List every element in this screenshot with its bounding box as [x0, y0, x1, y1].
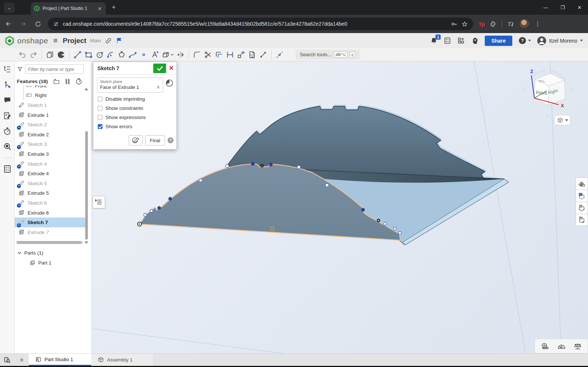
dialog-confirm-button[interactable] [153, 64, 166, 73]
option-show-constraints[interactable]: Show constraints [98, 105, 176, 111]
feature-item-sketch-7[interactable]: –Sketch 7 [15, 217, 85, 227]
search-tools-button[interactable]: Search tools... alt/⌥ c [295, 50, 360, 60]
tab-close-icon[interactable]: ✕ [97, 6, 103, 11]
text-tool-button[interactable] [149, 50, 160, 60]
notifications-bell-icon[interactable]: 1 [430, 37, 438, 44]
appearance-flyout-button[interactable] [576, 177, 588, 190]
window-close-button[interactable]: ✕ [571, 5, 588, 10]
line-tool-button[interactable] [72, 50, 83, 60]
scroll-up-arrow[interactable] [85, 88, 88, 90]
chevron-down-icon[interactable] [171, 54, 174, 56]
learning-center-flag-icon[interactable] [116, 37, 123, 44]
suppress-pause-icon[interactable] [65, 79, 70, 84]
tab-assembly-1[interactable]: Assembly 1 [91, 354, 154, 366]
browser-tab[interactable]: Project | Part Studio 1 ✕ [31, 2, 106, 15]
forward-button[interactable] [17, 18, 29, 30]
protractor-button[interactable] [557, 342, 566, 350]
parts-section-header[interactable]: Parts (1) [18, 250, 43, 256]
feature-item-sketch-6[interactable]: –Sketch 6 [15, 198, 85, 208]
dimension-tool-button[interactable] [225, 50, 236, 60]
feature-item-extrude-7[interactable]: Extrude 7 [15, 227, 85, 237]
password-key-icon[interactable] [451, 21, 458, 28]
workspace-name[interactable]: Main [90, 38, 101, 43]
media-controls-icon[interactable] [507, 20, 514, 28]
checkbox-icon[interactable] [98, 115, 103, 120]
share-button[interactable]: Share [485, 36, 512, 46]
share-link-icon[interactable] [105, 37, 112, 44]
redo-tool-button[interactable] [28, 50, 39, 60]
view-cube[interactable]: Front Right Top Z X [518, 65, 577, 120]
back-button[interactable] [2, 18, 15, 30]
tab-part-studio-1[interactable]: Part Studio 1 [29, 354, 91, 366]
clear-selection-icon[interactable]: ✕ [156, 84, 160, 90]
window-minimize-button[interactable]: — [537, 5, 554, 10]
feature-tree-scrollbar[interactable] [85, 88, 88, 247]
new-tab-button[interactable]: + [112, 3, 116, 11]
search-cube-panel-button[interactable] [3, 142, 12, 151]
checklist-panel-button[interactable] [3, 165, 12, 173]
sketch-view-button[interactable] [129, 135, 143, 145]
display-states-flyout-button[interactable] [576, 202, 588, 214]
tasks-list-icon[interactable] [444, 37, 451, 44]
rollback-clock-icon[interactable] [75, 78, 82, 85]
option-show-expressions[interactable]: Show expressions [98, 115, 176, 120]
url-bar[interactable]: cad.onshape.com/documents/e9e14087fda7cc… [48, 18, 473, 30]
horizontal-scroll-thumb[interactable] [17, 241, 82, 244]
scroll-down-arrow[interactable] [85, 241, 88, 244]
document-title[interactable]: Project [63, 37, 86, 45]
notes-panel-button[interactable] [3, 111, 12, 120]
history-panel-button[interactable] [3, 127, 12, 136]
option-disable-imprinting[interactable]: Disable imprinting [98, 96, 176, 102]
checkbox-icon[interactable] [98, 124, 103, 129]
app-store-grid-icon[interactable] [457, 37, 465, 44]
part-item[interactable]: Part 1 [29, 260, 51, 266]
offset-tool-button[interactable] [214, 50, 225, 60]
arc-tool-button[interactable] [105, 50, 116, 60]
feature-tree-panel-button[interactable] [3, 65, 12, 74]
dxf-import-tool-button[interactable]: DXF [247, 50, 258, 60]
spline-tool-button[interactable] [127, 50, 138, 60]
browser-menu-kebab-icon[interactable] [534, 21, 541, 27]
construction-tool-button[interactable] [274, 50, 285, 60]
use-tool-button[interactable] [160, 50, 175, 60]
measure-tool-button[interactable] [258, 50, 269, 60]
onshape-logo[interactable]: onshape [4, 36, 48, 46]
feature-item-extrude-5[interactable]: Extrude 5 [15, 188, 85, 198]
extensions-icon[interactable] [490, 21, 496, 28]
copy-tool-button[interactable] [44, 50, 55, 60]
feature-item-extrude-3[interactable]: Extrude 3 [15, 149, 85, 159]
feature-item-sketch-5[interactable]: –Sketch 5 [15, 179, 85, 188]
sketch-region-tool-button[interactable] [55, 50, 67, 60]
named-views-flyout-button[interactable] [576, 190, 588, 202]
extension-tp-icon[interactable]: Tp [478, 21, 484, 27]
feature-item-sketch-1[interactable]: Sketch 1 [15, 100, 85, 110]
tab-manager-search-button[interactable] [0, 354, 15, 366]
feature-item-extrude-1[interactable]: Extrude 1 [15, 110, 85, 120]
help-menu[interactable]: ? [518, 36, 531, 45]
fillet-tool-button[interactable] [191, 50, 202, 60]
main-menu-hamburger-icon[interactable]: ≡ [53, 36, 58, 45]
versions-panel-button[interactable] [3, 80, 12, 89]
site-info-icon[interactable] [53, 21, 59, 27]
feedback-head-icon[interactable] [471, 37, 479, 45]
polygon-tool-button[interactable] [116, 50, 127, 60]
dialog-help-icon[interactable]: ? [168, 137, 173, 143]
transform-tool-button[interactable] [236, 50, 247, 60]
tab-search-button[interactable]: ⌄ [4, 3, 15, 13]
trim-tool-button[interactable] [202, 50, 214, 60]
feature-item-sketch-3[interactable]: –Sketch 3 [15, 140, 85, 150]
filter-funnel-icon[interactable] [17, 66, 23, 72]
comments-panel-button[interactable] [3, 96, 12, 105]
checkbox-icon[interactable] [98, 106, 103, 111]
feature-item-right[interactable]: Right [15, 91, 85, 101]
bookmark-star-icon[interactable] [461, 21, 468, 28]
horizontal-scrollbar[interactable] [17, 241, 83, 244]
tape-measure-button[interactable] [541, 342, 550, 350]
insert-folder-icon[interactable] [53, 78, 60, 84]
point-tool-button[interactable] [138, 50, 149, 60]
feature-tree-toggle-button[interactable] [93, 196, 105, 208]
browser-profile-avatar[interactable] [520, 19, 529, 29]
feature-item-front[interactable]: Front [15, 86, 85, 91]
vertical-scroll-thumb[interactable] [85, 131, 88, 240]
sketch-origin-point[interactable] [138, 222, 142, 226]
